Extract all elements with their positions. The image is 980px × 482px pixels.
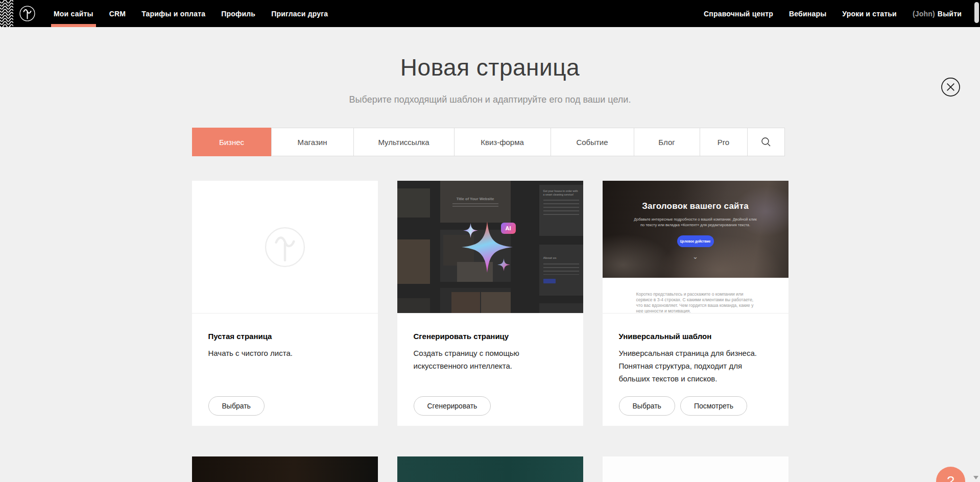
card-title: Универсальный шаблон — [619, 332, 772, 341]
help-button[interactable]: ? — [936, 467, 965, 482]
template-card-partial[interactable] — [192, 456, 378, 482]
tab-business[interactable]: Бизнес — [192, 128, 272, 156]
tab-event[interactable]: Событие — [551, 128, 634, 156]
collage-about-card: About us — [539, 245, 583, 296]
top-navbar: Мои сайты CRM Тарифы и оплата Профиль Пр… — [0, 0, 980, 27]
collage-photo-block — [397, 298, 430, 314]
card-title: Пустая страница — [208, 332, 362, 341]
template-hero-subtitle: Добавьте интересные подробности о вашей … — [632, 216, 759, 228]
template-card-partial[interactable] — [603, 456, 788, 482]
template-body-text: Коротко представьтесь и расскажите о ком… — [636, 292, 755, 314]
template-card-ai-generate: Title of Your Website Get your house in … — [397, 181, 583, 426]
collage-right-title: Get your house in order with a smart cle… — [543, 189, 579, 197]
tab-pro[interactable]: Pro — [700, 128, 748, 156]
close-icon — [941, 77, 961, 97]
page-title: Новая страница — [0, 54, 980, 81]
primary-nav: Мои сайты CRM Тарифы и оплата Профиль Пр… — [54, 0, 328, 27]
card-title: Сгенерировать страницу — [414, 332, 567, 341]
select-universal-button[interactable]: Выбрать — [619, 396, 675, 416]
tab-search[interactable] — [747, 128, 785, 156]
card-info: Сгенерировать страницу Создать страницу … — [397, 314, 583, 425]
page-subtitle: Выберите подходящий шаблон и адаптируйте… — [0, 94, 980, 105]
ai-generate-preview[interactable]: Title of Your Website Get your house in … — [397, 181, 583, 314]
nav-item-invite-friend[interactable]: Пригласи друга — [271, 0, 328, 27]
templates-grid: Пустая страница Начать с чистого листа. … — [192, 181, 788, 482]
tab-shop[interactable]: Магазин — [271, 128, 354, 156]
nav-item-pricing[interactable]: Тарифы и оплата — [141, 0, 205, 27]
new-page-modal: Новая страница Выберите подходящий шабло… — [0, 54, 980, 482]
chevron-down-icon: ⌄ — [603, 254, 788, 259]
nav-item-help-center[interactable]: Справочный центр — [704, 0, 773, 27]
nav-item-my-sites[interactable]: Мои сайты — [54, 0, 93, 27]
template-cta-button: Целевое действие — [677, 235, 714, 247]
template-body-section: Коротко представьтесь и расскажите о ком… — [603, 278, 788, 314]
tab-multilink[interactable]: Мультиссылка — [353, 128, 455, 156]
collage-photo-block — [539, 303, 583, 314]
select-blank-button[interactable]: Выбрать — [208, 396, 265, 416]
collage-text-lines — [543, 200, 579, 217]
question-icon: ? — [947, 473, 954, 482]
tilda-logo-icon[interactable] — [19, 5, 36, 22]
card-info: Пустая страница Начать с чистого листа. … — [192, 314, 378, 425]
user-logout: (John) Выйти — [913, 0, 962, 27]
collage-hero-title: Title of Your Website — [457, 197, 494, 201]
collage-text-lines — [452, 203, 498, 207]
card-description: Начать с чистого листа. — [208, 347, 362, 360]
collage-about-title: About us — [543, 256, 579, 259]
ai-sparkle-small-icon — [497, 258, 510, 271]
template-hero-title: Заголовок вашего сайта — [603, 181, 788, 211]
secondary-nav: Справочный центр Вебинары Уроки и статьи… — [704, 0, 980, 27]
collage-photos-block — [440, 288, 511, 314]
logout-link[interactable]: Выйти — [938, 10, 962, 18]
card-info: Универсальный шаблон Универсальная стран… — [603, 314, 788, 425]
nav-item-lessons[interactable]: Уроки и статьи — [842, 0, 897, 27]
zigzag-pattern-icon — [0, 0, 13, 27]
collage-right-card: Get your house in order with a smart cle… — [539, 185, 583, 236]
template-category-tabs: Бизнес Магазин Мультиссылка Квиз-форма С… — [192, 128, 788, 156]
card-description: Создать страницу с помощью искусственног… — [414, 347, 567, 373]
collage-mini-button — [543, 279, 556, 283]
universal-template-preview[interactable]: Заголовок вашего сайта Добавьте интересн… — [603, 181, 788, 314]
ai-sparkle-small-icon — [463, 223, 478, 238]
template-card-partial[interactable] — [397, 456, 583, 482]
generate-button[interactable]: Сгенерировать — [414, 396, 491, 416]
blank-page-preview[interactable] — [192, 181, 378, 314]
preview-universal-button[interactable]: Посмотреть — [680, 396, 747, 416]
close-button[interactable] — [941, 77, 961, 97]
collage-hero-block: Title of Your Website — [440, 181, 511, 223]
user-name: (John) — [913, 10, 935, 18]
nav-item-profile[interactable]: Профиль — [221, 0, 255, 27]
template-card-universal: Заголовок вашего сайта Добавьте интересн… — [603, 181, 788, 426]
nav-item-webinars[interactable]: Вебинары — [789, 0, 826, 27]
scrollbar-thumb[interactable] — [974, 2, 979, 23]
ai-badge: AI — [501, 223, 516, 234]
scrollbar-down-arrow[interactable] — [973, 476, 978, 479]
search-icon — [761, 137, 771, 147]
template-card-blank: Пустая страница Начать с чистого листа. … — [192, 181, 378, 426]
tilda-watermark-icon — [264, 226, 306, 268]
tab-blog[interactable]: Блог — [634, 128, 700, 156]
collage-photo-block — [397, 188, 430, 218]
nav-item-crm[interactable]: CRM — [109, 0, 126, 27]
tab-quiz-form[interactable]: Квиз-форма — [454, 128, 551, 156]
collage-photo-block — [397, 239, 430, 284]
card-description: Универсальная страница для бизнеса. Поня… — [619, 347, 772, 385]
template-hero-section: Заголовок вашего сайта Добавьте интересн… — [603, 181, 788, 278]
